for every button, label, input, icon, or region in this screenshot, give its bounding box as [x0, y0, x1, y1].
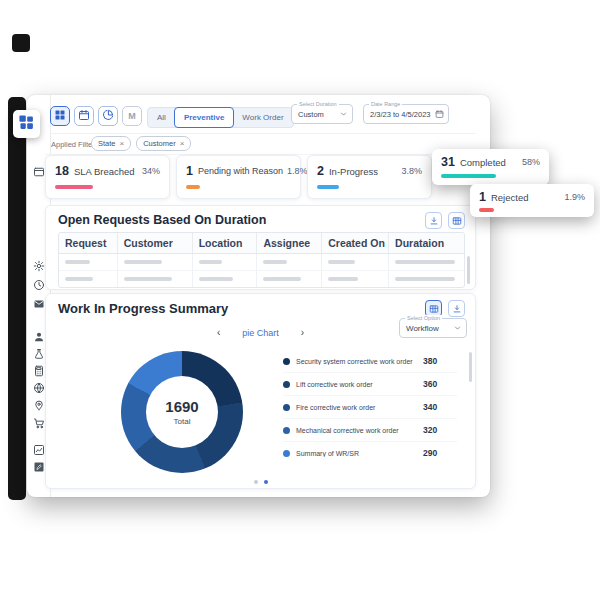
kpi-card-completed: 31Completed58% [432, 149, 549, 185]
tab-preventive[interactable]: Preventive [174, 107, 234, 128]
edit-note-icon[interactable] [33, 461, 45, 473]
column-header[interactable]: Durataion [389, 233, 464, 253]
legend-item[interactable]: Mechanical corrective work order320 [283, 419, 457, 442]
legend-bullet-icon [283, 358, 290, 365]
kpi-card-in-progress: 2In-Progress3.8% [307, 155, 432, 199]
letter-m-button[interactable]: M [122, 106, 142, 126]
table-row [59, 271, 464, 287]
pie-chart-icon [102, 107, 114, 125]
globe-icon[interactable] [33, 382, 45, 394]
filter-chip-label: State [98, 139, 116, 148]
dashboard-panel: M AllPreventiveWork Order Select Duratio… [27, 95, 490, 497]
legend-label: Lift corrective work order [296, 381, 417, 388]
kpi-percent: 3.8% [401, 166, 422, 176]
pie-chart-button[interactable] [98, 106, 118, 126]
person-icon[interactable] [33, 331, 45, 343]
legend-bullet-icon [283, 450, 290, 457]
dashboard-grid-button[interactable] [50, 106, 70, 126]
column-header[interactable]: Assignee [257, 233, 322, 253]
legend-value: 340 [417, 402, 457, 412]
donut-total-value: 1690 [165, 398, 198, 415]
legend-item[interactable]: Summary of WR/SR290 [283, 442, 457, 464]
date-range-field[interactable]: Date Range 2/3/23 to 4/5/2023 [363, 104, 449, 124]
calendar-button[interactable] [74, 106, 94, 126]
legend-label: Security system corrective work order [296, 358, 417, 365]
calculator-icon[interactable] [33, 365, 45, 377]
legend-item[interactable]: Fire corrective work order340 [283, 396, 457, 419]
calendar-icon [78, 107, 90, 125]
option-select-label: Select Option [405, 315, 442, 321]
toolbar-divider [51, 133, 476, 134]
legend-item[interactable]: Security system corrective work order380 [283, 350, 457, 373]
chart-carousel: ‹ pie Chart › [46, 328, 475, 338]
download-icon [452, 300, 462, 318]
table-scrollbar[interactable] [467, 256, 470, 284]
donut-chart[interactable]: 1690 Total [121, 351, 243, 473]
filter-chip-state[interactable]: State× [91, 136, 131, 151]
kpi-count: 1 [186, 164, 193, 178]
filter-chip-customer[interactable]: Customer× [136, 136, 191, 151]
location-pin-icon[interactable] [33, 399, 45, 411]
column-header[interactable]: Customer [118, 233, 193, 253]
column-header[interactable]: Location [193, 233, 258, 253]
wip-summary-card: Work In Progress Summary Select Option W… [45, 293, 476, 489]
close-icon[interactable]: × [180, 139, 185, 148]
donut-center: 1690 Total [146, 376, 218, 448]
kpi-card-sla-breached: 18SLA Breached34% [45, 155, 170, 199]
window-icon[interactable] [33, 166, 45, 178]
carousel-dots [46, 480, 475, 484]
mail-icon[interactable] [33, 298, 45, 310]
table-view-button[interactable] [448, 212, 465, 229]
legend-label: Fire corrective work order [296, 404, 417, 411]
marketing-canvas: M AllPreventiveWork Order Select Duratio… [0, 0, 600, 600]
cart-icon[interactable] [33, 417, 45, 429]
legend-item[interactable]: Lift corrective work order360 [283, 373, 457, 396]
download-button[interactable] [425, 212, 442, 229]
legend-value: 320 [417, 425, 457, 435]
column-header[interactable]: Created On [322, 233, 389, 253]
legend-bullet-icon [283, 404, 290, 411]
carousel-dot[interactable] [264, 480, 268, 484]
table-header-row: Request Customer Location Assignee Creat… [59, 233, 464, 254]
legend-scrollbar[interactable] [469, 352, 472, 382]
kpi-underline [317, 185, 339, 189]
duration-select-label: Select Duration [297, 101, 339, 107]
open-requests-card: Open Requests Based On Duration Request … [45, 205, 476, 290]
dashboard-grid-icon [54, 107, 66, 125]
legend-label: Mechanical corrective work order [296, 427, 417, 434]
legend-bullet-icon [283, 381, 290, 388]
clock-icon[interactable] [33, 279, 45, 291]
letter-m-icon: M [128, 111, 136, 121]
kpi-card-rejected: 1Rejected1.9% [470, 184, 594, 217]
chart-legend: Security system corrective work order380… [283, 350, 457, 464]
kpi-percent: 58% [522, 157, 540, 167]
calendar-icon [435, 110, 444, 119]
carousel-next-arrow[interactable]: › [301, 328, 304, 338]
kpi-card-pending: 1Pending with Reason1.8% [176, 155, 301, 199]
open-requests-actions [425, 212, 465, 229]
duration-select[interactable]: Select Duration Custom [291, 104, 353, 124]
gear-icon[interactable] [33, 260, 45, 272]
close-icon[interactable]: × [120, 139, 125, 148]
kpi-underline [441, 174, 496, 178]
column-header[interactable]: Request [59, 233, 118, 253]
carousel-label: pie Chart [242, 328, 279, 338]
kpi-percent: 34% [142, 166, 160, 176]
kpi-label: In-Progress [329, 166, 398, 177]
carousel-prev-arrow[interactable]: ‹ [217, 328, 220, 338]
decor-dark-square [12, 34, 30, 52]
legend-value: 380 [417, 356, 457, 366]
filter-chip-label: Customer [143, 139, 176, 148]
duration-select-value: Custom [298, 110, 324, 119]
tab-work-order[interactable]: Work Order [233, 108, 292, 127]
wip-title: Work In Progress Summary [58, 301, 228, 316]
download-button[interactable] [448, 300, 465, 317]
table-icon [452, 212, 462, 230]
carousel-dot[interactable] [254, 480, 258, 484]
chart-line-icon[interactable] [33, 444, 45, 456]
kpi-label: SLA Breached [74, 166, 138, 177]
kpi-count: 2 [317, 164, 324, 178]
flask-icon[interactable] [33, 348, 45, 360]
tab-all[interactable]: All [148, 108, 175, 127]
kpi-underline [186, 185, 200, 189]
